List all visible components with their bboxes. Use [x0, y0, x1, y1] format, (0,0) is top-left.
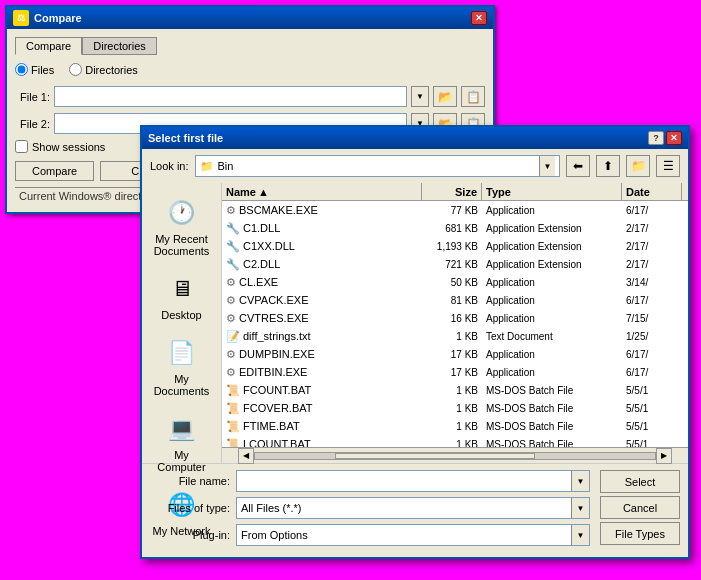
bottom-fields: File name: ▼ Files of type: All Files (*… — [150, 470, 590, 551]
table-row[interactable]: 📜 FTIME.BAT 1 KB MS-DOS Batch File 5/5/1 — [222, 417, 688, 435]
lookin-combo[interactable]: 📁 Bin ▼ — [195, 155, 560, 177]
go-up-btn[interactable]: ⬆ — [596, 155, 620, 177]
compare-tabs: Compare Directories — [15, 37, 485, 55]
show-sessions-checkbox[interactable] — [15, 140, 28, 153]
hscroll-bar[interactable]: ◀ ▶ — [222, 447, 688, 463]
filename-combo[interactable]: ▼ — [236, 470, 590, 492]
bottom-controls: File name: ▼ Files of type: All Files (*… — [150, 470, 680, 551]
sidebar-item-documents[interactable]: 📄 My Documents — [146, 331, 218, 401]
select-close-button[interactable]: ✕ — [666, 131, 682, 145]
desktop-icon: 🖥 — [164, 271, 200, 307]
table-row[interactable]: 🔧 C1XX.DLL 1,193 KB Application Extensio… — [222, 237, 688, 255]
status-text: Current Windows® directory — [19, 190, 157, 202]
file-types-button[interactable]: File Types — [600, 522, 680, 545]
radio-files[interactable]: Files — [15, 63, 54, 76]
table-row[interactable]: ⚙ CL.EXE 50 KB Application 3/14/ — [222, 273, 688, 291]
file-list-panel: Name ▲ Size Type Date ⚙ BSCMAKE.EXE 77 K… — [222, 183, 688, 463]
table-row[interactable]: 📜 FCOUNT.BAT 1 KB MS-DOS Batch File 5/5/… — [222, 381, 688, 399]
sidebar-desktop-label: Desktop — [161, 309, 201, 321]
table-row[interactable]: ⚙ DUMPBIN.EXE 17 KB Application 6/17/ — [222, 345, 688, 363]
table-row[interactable]: ⚙ BSCMAKE.EXE 77 KB Application 6/17/ — [222, 201, 688, 219]
filetype-value: All Files (*.*) — [241, 502, 302, 514]
bottom-actions: Select Cancel File Types — [600, 470, 680, 551]
sidebar-item-recent[interactable]: 🕐 My Recent Documents — [146, 191, 218, 261]
hscroll-right[interactable]: ▶ — [656, 448, 672, 464]
plugin-combo-arrow[interactable]: ▼ — [571, 525, 589, 545]
col-name-label: Name — [226, 186, 256, 198]
file-list-body[interactable]: ⚙ BSCMAKE.EXE 77 KB Application 6/17/ 🔧 … — [222, 201, 688, 447]
lookin-value: Bin — [218, 160, 234, 172]
documents-icon: 📄 — [164, 335, 200, 371]
hscroll-track[interactable] — [254, 452, 656, 460]
view-options-btn[interactable]: ☰ — [656, 155, 680, 177]
lookin-icon: 📁 — [200, 160, 214, 173]
select-titlebar: Select first file ? ✕ — [142, 127, 688, 149]
file1-label: File 1: — [15, 91, 50, 103]
select-title-text: Select first file — [148, 132, 223, 144]
filetype-label: Files of type: — [150, 502, 230, 514]
radio-directories[interactable]: Directories — [69, 63, 138, 76]
table-row[interactable]: 📝 diff_strings.txt 1 KB Text Document 1/… — [222, 327, 688, 345]
select-dialog: Select first file ? ✕ Look in: 📁 Bin ▼ ⬅… — [140, 125, 690, 559]
plugin-value: From Options — [241, 529, 308, 541]
col-header-date[interactable]: Date — [622, 183, 682, 200]
cancel-button[interactable]: Cancel — [600, 496, 680, 519]
sidebar-item-desktop[interactable]: 🖥 Desktop — [146, 267, 218, 325]
file1-row: File 1: ▼ 📂 📋 — [15, 86, 485, 107]
table-row[interactable]: 📜 FCOVER.BAT 1 KB MS-DOS Batch File 5/5/… — [222, 399, 688, 417]
sidebar-item-computer[interactable]: 💻 My Computer — [146, 407, 218, 477]
radio-row: Files Directories — [15, 63, 485, 76]
filetype-combo[interactable]: All Files (*.*) ▼ — [236, 497, 590, 519]
compare-title-icon: ⚖ — [13, 10, 29, 26]
col-date-label: Date — [626, 186, 650, 198]
compare-button[interactable]: Compare — [15, 161, 94, 181]
new-folder-btn[interactable]: 📁 — [626, 155, 650, 177]
recent-icon: 🕐 — [164, 195, 200, 231]
hscroll-left[interactable]: ◀ — [238, 448, 254, 464]
filename-label: File name: — [150, 475, 230, 487]
table-row[interactable]: 🔧 C1.DLL 681 KB Application Extension 2/… — [222, 219, 688, 237]
lookin-label: Look in: — [150, 160, 189, 172]
table-row[interactable]: ⚙ CVTRES.EXE 16 KB Application 7/15/ — [222, 309, 688, 327]
filename-row: File name: ▼ — [150, 470, 590, 492]
lookin-combo-arrow[interactable]: ▼ — [539, 156, 555, 176]
compare-title-left: ⚖ Compare — [13, 10, 82, 26]
titlebar-btns: ? ✕ — [648, 131, 682, 145]
show-sessions-label: Show sessions — [32, 141, 105, 153]
table-row[interactable]: 🔧 C2.DLL 721 KB Application Extension 2/… — [222, 255, 688, 273]
col-header-size[interactable]: Size — [422, 183, 482, 200]
compare-close-button[interactable]: ✕ — [471, 11, 487, 25]
dialog-main: 🕐 My Recent Documents 🖥 Desktop 📄 My Doc… — [142, 183, 688, 463]
file1-combo-btn[interactable]: ▼ — [411, 86, 429, 107]
hscroll-thumb — [335, 453, 535, 459]
sidebar-panel: 🕐 My Recent Documents 🖥 Desktop 📄 My Doc… — [142, 183, 222, 463]
sidebar-recent-label: My Recent Documents — [150, 233, 214, 257]
table-row[interactable]: 📜 LCOUNT.BAT 1 KB MS-DOS Batch File 5/5/… — [222, 435, 688, 447]
filetype-combo-arrow[interactable]: ▼ — [571, 498, 589, 518]
compare-title-text: Compare — [34, 12, 82, 24]
tab-compare[interactable]: Compare — [15, 37, 82, 55]
table-row[interactable]: ⚙ EDITBIN.EXE 17 KB Application 6/17/ — [222, 363, 688, 381]
col-size-label: Size — [455, 186, 477, 198]
col-header-type[interactable]: Type — [482, 183, 622, 200]
plugin-row: Plug-in: From Options ▼ — [150, 524, 590, 546]
filename-combo-arrow[interactable]: ▼ — [571, 471, 589, 491]
computer-icon: 💻 — [164, 411, 200, 447]
table-row[interactable]: ⚙ CVPACK.EXE 81 KB Application 6/17/ — [222, 291, 688, 309]
plugin-combo[interactable]: From Options ▼ — [236, 524, 590, 546]
tab-directories[interactable]: Directories — [82, 37, 157, 55]
dialog-toolbar: Look in: 📁 Bin ▼ ⬅ ⬆ 📁 ☰ — [142, 149, 688, 183]
sidebar-documents-label: My Documents — [150, 373, 214, 397]
dialog-bottom: File name: ▼ Files of type: All Files (*… — [142, 463, 688, 557]
go-back-btn[interactable]: ⬅ — [566, 155, 590, 177]
file1-input[interactable] — [54, 86, 407, 107]
help-button[interactable]: ? — [648, 131, 664, 145]
col-type-label: Type — [486, 186, 511, 198]
col-header-name[interactable]: Name ▲ — [222, 183, 422, 200]
file2-label: File 2: — [15, 118, 50, 130]
plugin-label: Plug-in: — [150, 529, 230, 541]
file-list-header: Name ▲ Size Type Date — [222, 183, 688, 201]
select-button[interactable]: Select — [600, 470, 680, 493]
file1-open-btn[interactable]: 📂 — [433, 86, 457, 107]
file1-extra-btn[interactable]: 📋 — [461, 86, 485, 107]
